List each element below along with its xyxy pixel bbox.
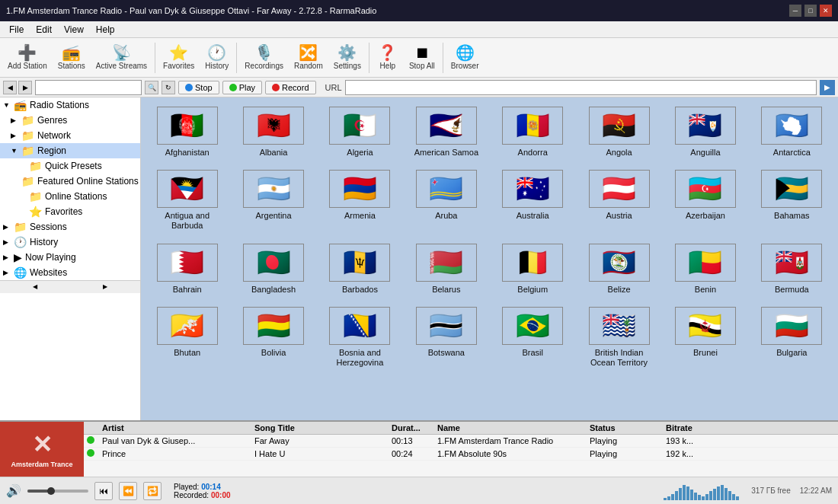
flag-item[interactable]: 🇧🇩 Bangladesh bbox=[233, 241, 313, 298]
flag-item[interactable]: 🇦🇲 Armenia bbox=[320, 167, 400, 234]
flag-item[interactable]: 🇦🇷 Argentina bbox=[233, 167, 313, 234]
flag-item[interactable]: 🇦🇺 Australia bbox=[493, 167, 573, 234]
track2-duration: 00:24 bbox=[392, 449, 437, 458]
flag-item[interactable]: 🇮🇴 British Indian Ocean Territory bbox=[579, 304, 659, 371]
stations-button[interactable]: 📻 Stations bbox=[53, 40, 90, 75]
flag-item[interactable]: 🇧🇭 Bahrain bbox=[147, 241, 227, 298]
sidebar-item-featured-online[interactable]: 📁 Featured Online Stations bbox=[0, 174, 140, 189]
table-row[interactable]: Paul van Dyk & Giusep... Far Away 00:13 … bbox=[84, 435, 838, 448]
stop-all-button[interactable]: ⏹ Stop All bbox=[405, 40, 440, 75]
browser-button[interactable]: 🌐 Browser bbox=[446, 40, 484, 75]
flag-item[interactable]: 🇧🇯 Benin bbox=[665, 241, 745, 298]
flag-item[interactable]: 🇧🇧 Barbados bbox=[320, 241, 400, 298]
repeat-button[interactable]: 🔁 bbox=[143, 482, 162, 500]
flag-item[interactable]: 🇧🇸 Bahamas bbox=[752, 167, 832, 234]
flag-item[interactable]: 🇧🇾 Belarus bbox=[406, 241, 486, 298]
flag-item[interactable]: 🇦🇴 Angola bbox=[579, 104, 659, 161]
record-button[interactable]: Record bbox=[265, 81, 315, 94]
sidebar-item-radio-stations[interactable]: ▼ 📻 Radio Stations bbox=[0, 97, 140, 113]
favorites-button[interactable]: ⭐ Favorites bbox=[158, 40, 199, 75]
radio-stations-label: Radio Stations bbox=[30, 100, 89, 110]
add-station-button[interactable]: ➕ Add Station bbox=[3, 40, 52, 75]
sidebar-scroll-right[interactable]: ▶ bbox=[70, 281, 140, 293]
flag-item[interactable]: 🇧🇦 Bosnia and Herzegovina bbox=[320, 304, 400, 371]
url-go-button[interactable]: ▶ bbox=[820, 80, 835, 95]
menu-edit[interactable]: Edit bbox=[30, 23, 58, 37]
track1-name: 1.FM Amsterdam Trance Radio bbox=[437, 436, 590, 445]
random-button[interactable]: 🔀 Random bbox=[289, 40, 328, 75]
featured-label: Featured Online Stations bbox=[37, 176, 139, 187]
flag-item[interactable]: 🇧🇬 Bulgaria bbox=[752, 304, 832, 371]
flag-item[interactable]: 🇧🇼 Botswana bbox=[406, 304, 486, 371]
flag-item[interactable]: 🇩🇿 Algeria bbox=[320, 104, 400, 161]
menu-help[interactable]: Help bbox=[90, 23, 121, 37]
minimize-button[interactable]: ─ bbox=[789, 5, 801, 17]
flag-item[interactable]: 🇧🇿 Belize bbox=[579, 241, 659, 298]
flag-item[interactable]: 🇦🇫 Afghanistan bbox=[147, 104, 227, 161]
sidebar-item-now-playing[interactable]: ▶ ▶ Now Playing bbox=[0, 250, 140, 265]
flag-item[interactable]: 🇧🇲 Bermuda bbox=[752, 241, 832, 298]
flag-item[interactable]: 🇦🇶 Antarctica bbox=[752, 104, 832, 161]
flag-item[interactable]: 🇦🇸 American Samoa bbox=[406, 104, 486, 161]
table-row[interactable]: Prince I Hate U 00:24 1.FM Absolute 90s … bbox=[84, 448, 838, 461]
refresh-button[interactable]: ↻ bbox=[162, 81, 175, 94]
volume-handle[interactable] bbox=[47, 487, 55, 495]
history-button[interactable]: 🕐 History bbox=[200, 40, 233, 75]
sidebar-item-sessions[interactable]: ▶ 📁 Sessions bbox=[0, 219, 140, 234]
flag-item[interactable]: 🇧🇪 Belgium bbox=[493, 241, 573, 298]
volume-slider[interactable] bbox=[27, 490, 88, 493]
flag-item[interactable]: 🇧🇹 Bhutan bbox=[147, 304, 227, 371]
sidebar-item-favorites[interactable]: ⭐ Favorites bbox=[0, 204, 140, 219]
volume-icon[interactable]: 🔊 bbox=[6, 483, 21, 498]
add-station-icon: ➕ bbox=[18, 45, 37, 60]
flag-image: 🇧🇲 bbox=[761, 244, 822, 282]
active-streams-button[interactable]: 📡 Active Streams bbox=[91, 40, 152, 75]
vis-bar bbox=[671, 494, 674, 500]
settings-button[interactable]: ⚙️ Settings bbox=[329, 40, 366, 75]
flag-image: 🇧🇦 bbox=[329, 307, 390, 345]
url-input[interactable] bbox=[345, 80, 817, 95]
flag-item[interactable]: 🇦🇿 Azerbaijan bbox=[665, 167, 745, 234]
recordings-button[interactable]: 🎙️ Recordings bbox=[240, 40, 288, 75]
menu-view[interactable]: View bbox=[58, 23, 90, 37]
sidebar-scroll-left[interactable]: ◀ bbox=[0, 281, 70, 293]
flag-item[interactable]: 🇦🇼 Aruba bbox=[406, 167, 486, 234]
prev-button[interactable]: ⏮ bbox=[94, 482, 113, 500]
random-icon: 🔀 bbox=[299, 45, 318, 60]
flag-item[interactable]: 🇦🇩 Andorra bbox=[493, 104, 573, 161]
help-button[interactable]: ❓ Help bbox=[373, 40, 403, 75]
sidebar-item-region[interactable]: ▼ 📁 Region bbox=[0, 143, 140, 158]
stop-all-label: Stop All bbox=[409, 62, 435, 70]
vis-bar bbox=[667, 496, 670, 500]
flag-image: 🇦🇷 bbox=[243, 170, 304, 208]
flag-item[interactable]: 🇧🇳 Brunei bbox=[665, 304, 745, 371]
flag-item[interactable]: 🇦🇱 Albania bbox=[233, 104, 313, 161]
sidebar-item-quick-presets[interactable]: 📁 Quick Presets bbox=[0, 158, 140, 174]
flag-name: Bahamas bbox=[774, 211, 809, 221]
sidebar-item-online-stations[interactable]: 📁 Online Stations bbox=[0, 189, 140, 204]
rewind-button[interactable]: ⏪ bbox=[119, 482, 137, 500]
menu-file[interactable]: File bbox=[3, 23, 30, 37]
sidebar-item-genres[interactable]: ▶ 📁 Genres bbox=[0, 113, 140, 128]
track1-artist: Paul van Dyk & Giusep... bbox=[102, 436, 254, 445]
maximize-button[interactable]: □ bbox=[804, 5, 817, 17]
search-go-button[interactable]: 🔍 bbox=[145, 81, 158, 94]
flag-image: 🇦🇹 bbox=[589, 170, 650, 208]
sidebar-item-network[interactable]: ▶ 📁 Network bbox=[0, 128, 140, 143]
flag-item[interactable]: 🇦🇹 Austria bbox=[579, 167, 659, 234]
vis-bar bbox=[679, 488, 682, 500]
sidebar-item-history[interactable]: ▶ 🕐 History bbox=[0, 234, 140, 250]
sidebar-item-websites[interactable]: ▶ 🌐 Websites bbox=[0, 265, 140, 280]
search-input[interactable] bbox=[35, 80, 142, 95]
flag-item[interactable]: 🇧🇷 Brasil bbox=[493, 304, 573, 371]
nav-back-button[interactable]: ◀ bbox=[3, 81, 17, 94]
stop-button[interactable]: Stop bbox=[178, 81, 219, 94]
close-button[interactable]: ✕ bbox=[820, 5, 832, 17]
flag-item[interactable]: 🇦🇬 Antigua and Barbuda bbox=[147, 167, 227, 234]
flag-image: 🇦🇱 bbox=[243, 107, 304, 145]
network-label: Network bbox=[37, 130, 71, 141]
flag-item[interactable]: 🇧🇴 Bolivia bbox=[233, 304, 313, 371]
flag-item[interactable]: 🇦🇮 Anguilla bbox=[665, 104, 745, 161]
nav-forward-button[interactable]: ▶ bbox=[18, 81, 32, 94]
play-button[interactable]: Play bbox=[222, 81, 262, 94]
